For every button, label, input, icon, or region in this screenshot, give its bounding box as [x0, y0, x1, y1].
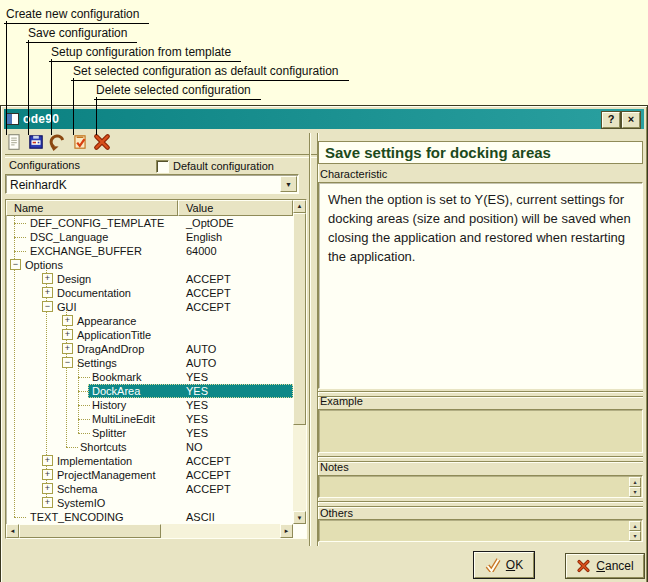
tree-row[interactable]: EXCHANGE_BUFFER64000	[6, 244, 293, 258]
tree-row[interactable]: DSC_LanguageEnglish	[6, 230, 293, 244]
scroll-up-button[interactable]: ▲	[293, 200, 306, 213]
collapse-icon[interactable]: −	[10, 259, 21, 270]
section-splitter[interactable]	[318, 456, 643, 462]
tree-row[interactable]: MultiLineEditYES	[6, 412, 293, 426]
tree-item-value: _OptODE	[186, 217, 234, 229]
app-icon	[6, 113, 19, 125]
expand-icon[interactable]: +	[62, 343, 73, 354]
tree-row[interactable]: +ApplicationTitle	[6, 328, 293, 342]
tree-horizontal-scrollbar[interactable]: ◄ ►	[6, 524, 293, 538]
save-configuration-button[interactable]	[27, 133, 45, 151]
tree-item-value: YES	[186, 413, 208, 425]
expand-icon[interactable]: +	[42, 273, 53, 284]
callout-line	[96, 97, 97, 135]
close-button[interactable]: ×	[622, 112, 640, 128]
spinner-down-button[interactable]: ▾	[629, 531, 641, 541]
horizontal-scroll-thumb[interactable]	[19, 524, 161, 538]
collapse-icon[interactable]: −	[62, 357, 73, 368]
expand-icon[interactable]: +	[42, 483, 53, 494]
toolbar-separator	[5, 154, 317, 158]
tree-row[interactable]: SplitterYES	[6, 426, 293, 440]
tree-leader-line	[14, 517, 26, 518]
expand-icon[interactable]: +	[42, 287, 53, 298]
option-heading: Save settings for docking areas	[318, 141, 643, 164]
expand-icon[interactable]: +	[42, 455, 53, 466]
callout-line	[51, 59, 52, 135]
tree-vertical-scrollbar[interactable]: ▲ ▼	[293, 200, 306, 524]
tree-row[interactable]: HistoryYES	[6, 398, 293, 412]
tree-row[interactable]: +DesignACCEPT	[6, 272, 293, 286]
tree-row[interactable]: +ImplementationACCEPT	[6, 454, 293, 468]
tree-item-name: SystemIO	[57, 497, 105, 509]
tree-item-name: Bookmark	[92, 371, 142, 383]
scroll-right-button[interactable]: ►	[280, 524, 293, 538]
title-bar[interactable]: ode90 ? ×	[4, 109, 644, 129]
vertical-scroll-thumb[interactable]	[293, 213, 306, 425]
setup-from-template-button[interactable]	[49, 133, 67, 151]
expand-icon[interactable]: +	[42, 497, 53, 508]
expand-icon[interactable]: +	[62, 329, 73, 340]
set-default-configuration-button[interactable]	[71, 133, 89, 151]
tree-item-value: ACCEPT	[186, 455, 231, 467]
tree-row[interactable]: DockAreaYES	[6, 384, 293, 398]
configurations-combobox[interactable]: ReinhardK ▼	[5, 174, 299, 194]
tree-row[interactable]: +DragAndDropAUTO	[6, 342, 293, 356]
page: Create new configuration Save configurat…	[0, 0, 648, 582]
tree-row[interactable]: −GUIACCEPT	[6, 300, 293, 314]
tree-item-name: TEXT_ENCODING	[30, 511, 124, 523]
combobox-dropdown-button[interactable]: ▼	[280, 176, 297, 192]
characteristic-text[interactable]: When the option is set to Y(ES), current…	[318, 182, 643, 389]
expand-icon[interactable]: +	[42, 469, 53, 480]
red-x-icon	[93, 133, 111, 151]
cancel-button[interactable]: Cancel	[566, 554, 644, 578]
notes-spinner: ▴ ▾	[629, 477, 641, 496]
ok-label: OK	[506, 558, 523, 572]
callout-create-new: Create new configuration	[4, 7, 149, 24]
tree-row[interactable]: +ProjectManagementACCEPT	[6, 468, 293, 482]
cancel-label: Cancel	[596, 559, 633, 573]
tree-item-value: YES	[186, 399, 208, 411]
tree-row[interactable]: +SchemaACCEPT	[6, 482, 293, 496]
column-header-name[interactable]: Name	[6, 200, 178, 216]
scroll-left-button[interactable]: ◄	[6, 524, 19, 538]
tree-row[interactable]: DEF_CONFIG_TEMPLATE_OptODE	[6, 216, 293, 230]
tree-item-name: DSC_Language	[30, 231, 108, 243]
spinner-up-button[interactable]: ▴	[629, 477, 641, 487]
others-text[interactable]: ▴ ▾	[318, 519, 643, 542]
tree-item-value: ACCEPT	[186, 301, 231, 313]
tree-row[interactable]: ShortcutsNO	[6, 440, 293, 454]
tree-row[interactable]: +DocumentationACCEPT	[6, 286, 293, 300]
tree-row[interactable]: TEXT_ENCODINGASCII	[6, 510, 293, 524]
callout-delete: Delete selected configuration	[94, 83, 261, 100]
help-button[interactable]: ?	[602, 112, 620, 128]
callout-setup-template: Setup configuration from template	[49, 45, 241, 62]
section-splitter[interactable]	[318, 391, 643, 397]
expand-icon[interactable]: +	[62, 315, 73, 326]
tree-row[interactable]: BookmarkYES	[6, 370, 293, 384]
tree-item-value: YES	[186, 385, 208, 397]
tree-row[interactable]: +SystemIO	[6, 496, 293, 510]
tree-row[interactable]: −Options	[6, 258, 293, 272]
panel-splitter[interactable]	[309, 133, 318, 546]
scroll-down-button[interactable]: ▼	[293, 511, 306, 524]
tree-row[interactable]: −SettingsAUTO	[6, 356, 293, 370]
spinner-down-button[interactable]: ▾	[629, 487, 641, 497]
spinner-up-button[interactable]: ▴	[629, 521, 641, 531]
example-label: Example	[320, 395, 363, 407]
callout-save: Save configuration	[26, 26, 137, 43]
ok-button[interactable]: OK	[474, 552, 534, 578]
collapse-icon[interactable]: −	[42, 301, 53, 312]
configurations-label: Configurations	[9, 159, 80, 171]
new-configuration-button[interactable]	[5, 133, 23, 151]
notes-text[interactable]: ▴ ▾	[318, 475, 643, 498]
tree-leader-line	[14, 223, 26, 224]
tree-item-name: DEF_CONFIG_TEMPLATE	[30, 217, 164, 229]
callout-line	[6, 21, 7, 135]
others-spinner: ▴ ▾	[629, 521, 641, 540]
delete-configuration-button[interactable]	[93, 133, 111, 151]
tree-row[interactable]: +Appearance	[6, 314, 293, 328]
section-splitter[interactable]	[318, 501, 643, 507]
example-text[interactable]	[318, 409, 643, 453]
default-configuration-checkbox[interactable]	[156, 160, 169, 173]
column-header-value[interactable]: Value	[178, 200, 293, 216]
